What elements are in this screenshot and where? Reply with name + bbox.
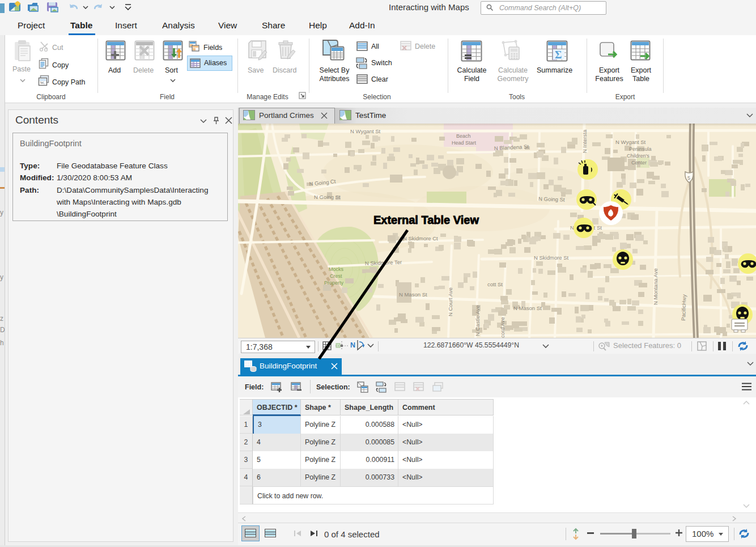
svg-text:N Going St: N Going St — [538, 196, 565, 203]
svg-text:Children's: Children's — [627, 153, 649, 159]
svg-text:N Intersta: N Intersta — [581, 129, 588, 153]
svg-text:N Wygant St: N Wygant St — [350, 128, 381, 134]
svg-text:Crest: Crest — [330, 273, 342, 279]
svg-text:Property: Property — [324, 280, 344, 286]
svg-text:Σ: Σ — [555, 49, 562, 61]
svg-text:Mocks: Mocks — [329, 266, 344, 272]
svg-text:N Skidmore St: N Skidmore St — [534, 255, 569, 261]
svg-text:N Montana Ave: N Montana Ave — [652, 268, 659, 305]
svg-text:5: 5 — [687, 175, 690, 181]
svg-text:N Court Ave: N Court Ave — [447, 287, 453, 316]
svg-text:N Mason St: N Mason St — [399, 291, 427, 298]
svg-text:Peninsula: Peninsula — [629, 146, 652, 152]
svg-text:N Skidmore Ct: N Skidmore Ct — [403, 235, 438, 241]
svg-text:Center: Center — [631, 160, 647, 166]
svg-text:N Going St: N Going St — [314, 194, 341, 200]
svg-text:Beach: Beach — [456, 133, 471, 139]
svg-text:N Castle Ave: N Castle Ave — [474, 305, 481, 336]
svg-text:cott St: cott St — [487, 281, 503, 287]
svg-text:N Skidmore Ter: N Skidmore Ter — [365, 259, 402, 266]
svg-text:Head Start: Head Start — [452, 140, 477, 146]
svg-text:PacificHwy: PacificHwy — [680, 294, 687, 321]
svg-text:W,: W, — [40, 80, 45, 85]
svg-text:N Wygant St: N Wygant St — [615, 139, 646, 145]
svg-text:N Mason St: N Mason St — [513, 305, 542, 311]
svg-text:External Table View: External Table View — [373, 214, 479, 226]
svg-text:cord Ave: cord Ave — [499, 317, 506, 338]
